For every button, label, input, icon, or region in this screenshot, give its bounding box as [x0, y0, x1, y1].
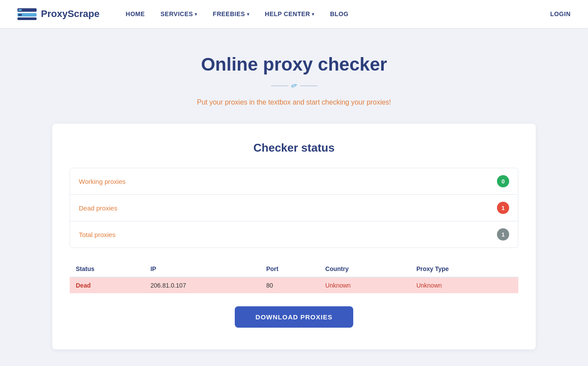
- checker-title: Checker status: [70, 141, 518, 155]
- total-proxies-badge: 1: [497, 228, 509, 241]
- download-button-wrapper: DOWNLOAD PROXIES: [70, 306, 518, 328]
- divider-line-right: [300, 85, 318, 86]
- row-status: Dead: [70, 277, 144, 293]
- status-list: Working proxies 0 Dead proxies 1 Total p…: [70, 168, 518, 248]
- dead-proxies-label: Dead proxies: [79, 204, 117, 212]
- pen-icon: ✏: [289, 80, 299, 92]
- col-proxy-type: Proxy Type: [410, 261, 518, 277]
- nav-blog[interactable]: BLOG: [330, 10, 348, 17]
- row-proxy-type: Unknown: [410, 277, 518, 293]
- logo-icon: [17, 7, 37, 20]
- nav-freebies[interactable]: FREEBIES ▾: [213, 10, 250, 17]
- row-port: 80: [260, 277, 319, 293]
- nav-services[interactable]: SERVICES ▾: [161, 10, 197, 17]
- svg-rect-3: [18, 9, 22, 11]
- nav-help-center[interactable]: HELP CENTER ▾: [265, 10, 314, 17]
- nav-links: HOME SERVICES ▾ FREEBIES ▾ HELP CENTER ▾…: [126, 10, 571, 17]
- col-country: Country: [319, 261, 410, 277]
- helpcenter-chevron-icon: ▾: [312, 12, 314, 17]
- divider-line-left: [271, 85, 288, 86]
- status-row-working: Working proxies 0: [70, 168, 518, 195]
- row-country: Unknown: [319, 277, 410, 293]
- table-header-row: Status IP Port Country Proxy Type: [70, 261, 518, 277]
- col-status: Status: [70, 261, 144, 277]
- hero-title: Online proxy checker: [9, 54, 579, 75]
- hero-section: Online proxy checker ✏ Put your proxies …: [0, 28, 588, 124]
- logo-link[interactable]: ProxyScrape: [17, 7, 100, 20]
- hero-divider: ✏: [9, 81, 579, 91]
- proxy-table: Status IP Port Country Proxy Type Dead 2…: [70, 261, 518, 293]
- nav-home[interactable]: HOME: [126, 10, 145, 17]
- nav-login[interactable]: LOGIN: [550, 10, 571, 17]
- navbar: ProxyScrape HOME SERVICES ▾ FREEBIES ▾ H…: [0, 0, 588, 28]
- working-proxies-badge: 0: [497, 175, 509, 187]
- svg-rect-4: [18, 14, 22, 16]
- status-row-dead: Dead proxies 1: [70, 195, 518, 221]
- row-ip: 206.81.0.107: [144, 277, 260, 293]
- logo-text: ProxyScrape: [41, 8, 100, 20]
- working-proxies-label: Working proxies: [79, 178, 125, 185]
- hero-subtitle: Put your proxies in the textbox and star…: [9, 98, 579, 106]
- col-port: Port: [260, 261, 319, 277]
- total-proxies-label: Total proxies: [79, 231, 115, 238]
- svg-rect-2: [17, 17, 37, 20]
- download-button[interactable]: DOWNLOAD PROXIES: [235, 306, 354, 328]
- col-ip: IP: [144, 261, 260, 277]
- services-chevron-icon: ▾: [195, 12, 197, 17]
- main-card: Checker status Working proxies 0 Dead pr…: [52, 124, 536, 349]
- dead-proxies-badge: 1: [497, 202, 509, 214]
- table-row: Dead 206.81.0.107 80 Unknown Unknown: [70, 277, 518, 293]
- freebies-chevron-icon: ▾: [247, 12, 250, 17]
- status-row-total: Total proxies 1: [70, 221, 518, 247]
